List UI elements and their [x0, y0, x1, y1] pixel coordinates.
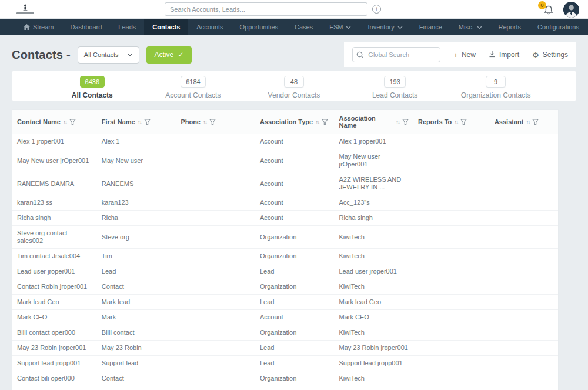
cell-contact-name: May New user jrOper001 [12, 149, 97, 172]
filter-select-value: All Contacts [84, 51, 119, 58]
main-navbar: Stream Dashboard Leads Contacts Accounts [0, 19, 588, 35]
cell-assistant [490, 211, 558, 225]
cell-phone [176, 264, 255, 279]
filter-funnel-icon[interactable] [69, 119, 76, 125]
filter-funnel-icon[interactable] [460, 119, 467, 125]
table-row[interactable]: karan123 ss karan123 Account Acc_123"s [12, 195, 558, 211]
column-header[interactable]: Contact Name ↑↓ [12, 110, 97, 134]
nav-item[interactable]: Stream [15, 19, 62, 35]
nav-item[interactable]: FSM [321, 19, 359, 35]
cell-contact-name: Support lead jropp001 [12, 356, 97, 371]
contacts-filter-select[interactable]: All Contacts [78, 46, 139, 64]
cell-phone [176, 310, 255, 325]
cell-association-name: KiwiTech [334, 325, 413, 340]
table-row[interactable]: Contact Robin jroper001 Contact Organiza… [12, 279, 558, 295]
filter-funnel-icon[interactable] [144, 119, 151, 125]
column-header[interactable]: First Name ↑↓ [97, 110, 176, 134]
table-row[interactable]: Steve org contact sales002 Steve org Org… [12, 226, 558, 249]
cell-association-type: Organization [255, 325, 335, 340]
column-header-label: Assistant [495, 118, 524, 125]
table-row[interactable]: Richa singh Richa Account Richa singh [12, 211, 558, 226]
column-header[interactable]: Reports To ↑↓ [413, 110, 490, 134]
filter-funnel-icon[interactable] [322, 119, 328, 125]
nav-item[interactable]: Reports [490, 19, 530, 35]
notification-bell-button[interactable]: 0 [541, 2, 556, 18]
nav-item-label: Reports [499, 24, 522, 31]
user-avatar[interactable] [563, 2, 579, 18]
filter-funnel-icon[interactable] [532, 119, 539, 125]
table-row[interactable]: Billi contact oper000 Billi contact Orga… [12, 325, 558, 341]
cell-assistant [490, 172, 558, 195]
sort-icon[interactable]: ↑↓ [315, 119, 319, 125]
nav-item-label: Inventory [368, 24, 394, 31]
stat-tab[interactable]: 48 Vendor Contacts [243, 76, 345, 101]
cell-phone [176, 195, 255, 210]
sort-icon[interactable]: ↑↓ [63, 119, 66, 125]
table-row[interactable]: Lead user jroper001 Lead Lead Lead user … [12, 264, 558, 279]
table-row[interactable]: Alex 1 jroper001 Alex 1 Account Alex 1 j… [12, 134, 558, 149]
table-row[interactable]: May New user jrOper001 May New user Acco… [12, 149, 558, 172]
sort-icon[interactable]: ↑↓ [203, 119, 206, 125]
sort-icon[interactable]: ↑↓ [396, 119, 399, 125]
cell-association-type: Organization [255, 249, 335, 264]
nav-item[interactable]: Configurations [529, 19, 587, 35]
table-row[interactable]: Contact bili oper000 Contact Organizatio… [12, 371, 558, 386]
sort-icon[interactable]: ↑↓ [454, 119, 457, 125]
stat-tab[interactable]: 6184 Account Contacts [143, 76, 244, 101]
column-header-label: Phone [181, 118, 201, 125]
cell-association-type: Lead [255, 356, 335, 371]
nav-item[interactable]: Dashboard [62, 19, 110, 35]
sort-icon[interactable]: ↑↓ [138, 119, 141, 125]
settings-button[interactable]: ⚙ Settings [532, 51, 568, 59]
nav-item[interactable]: Accounts [188, 19, 231, 35]
app-logo-icon[interactable] [15, 4, 35, 14]
cell-first-name: Contact [97, 279, 176, 294]
new-button[interactable]: + New [453, 51, 476, 59]
column-header-label: Reports To [418, 118, 452, 125]
nav-item-label: Contacts [152, 24, 180, 31]
table-row[interactable]: Mark CEO Mark Account Mark CEO [12, 310, 558, 325]
table-row[interactable]: Support lead jropp001 Support lead Lead … [12, 356, 558, 371]
filter-funnel-icon[interactable] [209, 119, 216, 125]
nav-item[interactable]: Misc. [450, 19, 490, 35]
global-search-input[interactable] [352, 47, 440, 62]
active-status-button[interactable]: Active ✓ [146, 46, 192, 64]
table-row[interactable]: Tim contact Jrsale004 Tim Organization K… [12, 249, 558, 264]
table-row[interactable]: May 23 Robin jroper001 May 23 Robin Lead… [12, 341, 558, 356]
cell-association-type: Account [255, 172, 335, 195]
stat-tab[interactable]: 9 Organization Contacts [445, 76, 546, 101]
nav-item[interactable]: Cases [286, 19, 321, 35]
nav-item-label: Opportunities [240, 24, 278, 31]
sort-icon[interactable]: ↑↓ [526, 119, 529, 125]
cell-reports-to [413, 356, 490, 371]
info-icon[interactable]: i [372, 5, 381, 14]
stat-tab[interactable]: 6436 All Contacts [42, 76, 143, 101]
column-header[interactable]: Phone ↑↓ [176, 110, 255, 134]
column-header[interactable]: Association Type ↑↓ [255, 110, 335, 134]
nav-item[interactable]: Contacts [144, 19, 188, 35]
nav-item[interactable]: Finance [411, 19, 450, 35]
cell-phone [176, 226, 255, 248]
column-header[interactable]: Assistant ↑↓ [490, 110, 558, 134]
stat-tab-label: Account Contacts [143, 91, 244, 99]
table-row[interactable]: Mark lead Ceo Mark lead Lead Mark lead C… [12, 295, 558, 310]
table-row[interactable]: RANEEMS DAMRA RANEEMS Account A2Z WIRELE… [12, 172, 558, 195]
logo-glyph [22, 4, 28, 12]
nav-item[interactable]: Inventory [359, 19, 410, 35]
column-header[interactable]: Association Name ↑↓ [334, 110, 413, 134]
nav-item[interactable]: Leads [110, 19, 144, 35]
filter-funnel-icon[interactable] [402, 119, 409, 125]
stat-tab[interactable]: 193 Lead Contacts [345, 76, 446, 101]
cell-contact-name: Billi contact oper000 [12, 325, 97, 340]
import-button[interactable]: Import [489, 51, 519, 59]
cell-contact-name: Alex 1 jroper001 [12, 134, 97, 149]
stat-count-badge: 6436 [80, 76, 105, 88]
stat-tab-label: All Contacts [42, 91, 143, 99]
nav-item[interactable]: Opportunities [232, 19, 286, 35]
search-input[interactable] [165, 2, 368, 16]
cell-reports-to [413, 134, 490, 149]
cell-association-name: Richa singh [334, 211, 413, 225]
cell-first-name: May New user [97, 149, 176, 172]
cell-phone [176, 211, 255, 225]
nav-item-label: Leads [118, 24, 136, 31]
